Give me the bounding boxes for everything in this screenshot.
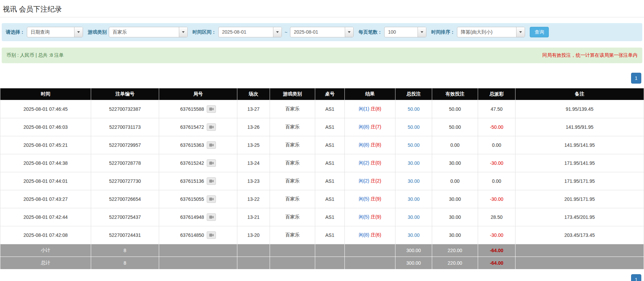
select-type-value: 日期查询 <box>27 27 74 37</box>
cell-time: 2025-08-01 07:45:21 <box>0 136 91 154</box>
cell-total-bet: 30.00 <box>395 208 432 226</box>
column-header: 结果 <box>345 88 395 100</box>
cell-game-type: 百家乐 <box>270 136 315 154</box>
total-bet-link[interactable]: 50.00 <box>408 142 420 148</box>
cell-round-id: 637615363 <box>159 136 237 154</box>
chevron-down-icon[interactable] <box>74 27 83 37</box>
cell-round-id: 637615055 <box>159 190 237 208</box>
date-from-value: 2025-08-01 <box>219 27 273 37</box>
select-type-dropdown[interactable]: 日期查询 <box>27 27 83 37</box>
round-id-text: 637614948 <box>180 214 204 220</box>
page-header: 视讯 会员下注纪录 <box>0 0 644 17</box>
total-bet-link[interactable]: 50.00 <box>408 124 420 130</box>
game-type-dropdown[interactable]: 百家乐 <box>109 27 188 37</box>
cell-valid-bet: 30.00 <box>432 226 478 244</box>
page-title: 视讯 会员下注纪录 <box>3 5 62 13</box>
video-replay-icon[interactable] <box>207 231 216 239</box>
result-banker: 庄(9) <box>371 214 381 219</box>
round-id-text: 637615242 <box>180 160 204 166</box>
cell-table-no: AS1 <box>315 190 345 208</box>
chevron-down-icon[interactable] <box>418 27 426 37</box>
cell-time: 2025-08-01 07:42:44 <box>0 208 91 226</box>
date-from-dropdown[interactable]: 2025-08-01 <box>218 27 282 37</box>
result-player: 闲(8) <box>359 142 369 147</box>
total-row-cell: -64.00 <box>478 257 515 269</box>
result-player: 闲(5) <box>359 214 369 219</box>
cell-bet-id: 522700729957 <box>91 136 159 154</box>
cell-valid-bet: 30.00 <box>432 208 478 226</box>
total-bet-link[interactable]: 30.00 <box>408 196 420 202</box>
cell-session: 13-20 <box>237 226 270 244</box>
pagination-top: 1 <box>0 73 644 84</box>
cell-result: 闲(5) 庄(9) <box>345 208 395 226</box>
page-1-button[interactable]: 1 <box>631 274 641 281</box>
round-id-text: 637615055 <box>180 196 204 202</box>
cell-total-bet: 30.00 <box>395 226 432 244</box>
total-row-cell <box>237 257 270 269</box>
page-size-dropdown[interactable]: 100 <box>384 27 426 37</box>
result-player: 闲(1) <box>359 106 369 111</box>
chevron-down-icon[interactable] <box>345 27 353 37</box>
round-id-text: 637614850 <box>180 232 204 238</box>
result-player: 闲(8) <box>359 232 369 238</box>
cell-round-id: 637615472 <box>159 118 237 136</box>
subtotal-row-cell: 小计 <box>0 244 91 257</box>
video-replay-icon[interactable] <box>207 105 216 113</box>
column-header: 总派彩 <box>478 88 515 100</box>
betting-records-table: 时间注单编号局号场次游戏类别桌号结果总投注有效投注总派彩备注 2025-08-0… <box>0 88 644 269</box>
page-1-button[interactable]: 1 <box>631 73 641 84</box>
cell-bet-id: 522700726654 <box>91 190 159 208</box>
total-row-cell: 300.00 <box>395 257 432 269</box>
cell-game-type: 百家乐 <box>270 100 315 118</box>
cell-session: 13-25 <box>237 136 270 154</box>
cell-result: 闲(2) 庄(0) <box>345 154 395 172</box>
date-to-dropdown[interactable]: 2025-08-01 <box>290 27 354 37</box>
table-row: 2025-08-01 07:42:44522700725437637614948… <box>0 208 644 226</box>
cell-valid-bet: 30.00 <box>432 154 478 172</box>
total-bet-link[interactable]: 30.00 <box>408 232 420 238</box>
cell-total-bet: 30.00 <box>395 172 432 190</box>
total-bet-link[interactable]: 30.00 <box>408 160 420 166</box>
video-replay-icon[interactable] <box>207 213 216 221</box>
subtotal-row: 小计8300.00220.00-64.00 <box>0 244 644 257</box>
search-button[interactable]: 查询 <box>530 27 549 37</box>
result-banker: 庄(8) <box>371 142 381 147</box>
result-banker: 庄(2) <box>371 178 381 183</box>
cell-remark: 171.95/171.95 <box>515 172 644 190</box>
subtotal-row-cell: 220.00 <box>432 244 478 257</box>
video-replay-icon[interactable] <box>207 177 216 185</box>
subtotal-row-cell <box>345 244 395 257</box>
cell-session: 13-22 <box>237 190 270 208</box>
total-bet-link[interactable]: 30.00 <box>408 178 420 184</box>
video-replay-icon[interactable] <box>207 123 216 131</box>
summary-bar: 币别 : 人民币 | 总共 :8 注单 同局有效投注，统一计算在该局第一张注单内 <box>2 48 642 63</box>
cell-time: 2025-08-01 07:43:27 <box>0 190 91 208</box>
total-row-cell <box>515 257 644 269</box>
sort-dropdown[interactable]: 降冪(由大到小) <box>457 27 525 37</box>
total-bet-link[interactable]: 30.00 <box>408 214 420 220</box>
cell-payout: 47.50 <box>478 100 515 118</box>
table-row: 2025-08-01 07:44:38522700728778637615242… <box>0 154 644 172</box>
video-replay-icon[interactable] <box>207 141 216 149</box>
chevron-down-icon[interactable] <box>273 27 282 37</box>
cell-payout: -30.00 <box>478 190 515 208</box>
cell-table-no: AS1 <box>315 118 345 136</box>
column-header: 游戏类别 <box>270 88 315 100</box>
cell-valid-bet: 0.00 <box>432 172 478 190</box>
chevron-down-icon[interactable] <box>516 27 525 37</box>
total-bet-link[interactable]: 50.00 <box>408 106 420 112</box>
cell-remark: 201.95/171.95 <box>515 190 644 208</box>
cell-total-bet: 50.00 <box>395 136 432 154</box>
cell-valid-bet: 50.00 <box>432 100 478 118</box>
chevron-down-icon[interactable] <box>179 27 187 37</box>
notice-text: 同局有效投注，统一计算在该局第一张注单内 <box>542 52 638 58</box>
video-replay-icon[interactable] <box>207 195 216 203</box>
total-row-cell: 8 <box>91 257 159 269</box>
result-banker: 庄(6) <box>371 232 381 238</box>
table-row: 2025-08-01 07:46:03522700731173637615472… <box>0 118 644 136</box>
cell-table-no: AS1 <box>315 136 345 154</box>
cell-session: 13-24 <box>237 154 270 172</box>
cell-game-type: 百家乐 <box>270 154 315 172</box>
cell-remark: 91.95/139.45 <box>515 100 644 118</box>
video-replay-icon[interactable] <box>207 159 216 167</box>
